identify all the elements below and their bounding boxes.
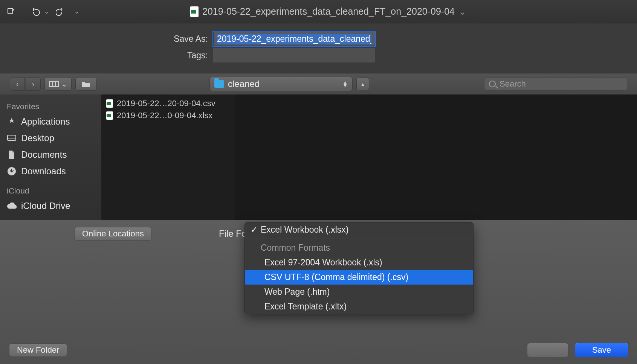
- file-name: 2019-05-22…20-09-04.csv: [117, 99, 215, 108]
- file-row[interactable]: 2019-05-22…20-09-04.csv: [103, 97, 233, 110]
- file-list-column[interactable]: 2019-05-22…20-09-04.csv 2019-05-22…0-09-…: [102, 94, 235, 220]
- save-dialog-window: ⌄ ⌄ 2019-05-22_experiments_data_cleaned_…: [0, 0, 637, 364]
- dialog-footer: Online Locations File Forma New Folder S…: [0, 220, 637, 364]
- nav-forward-button[interactable]: ›: [26, 77, 41, 91]
- location-popup[interactable]: cleaned ▲▼: [209, 77, 353, 91]
- apps-icon: [7, 117, 17, 126]
- new-folder-icon-button[interactable]: [75, 77, 96, 91]
- dropdown-item[interactable]: Excel Template (.xltx): [245, 299, 473, 314]
- customize-chevron-icon[interactable]: ⌄: [69, 5, 84, 19]
- location-name: cleaned: [228, 79, 260, 89]
- button-label: Save: [592, 345, 611, 355]
- sidebar-item-label: Documents: [21, 149, 67, 160]
- file-row[interactable]: 2019-05-22…0-09-04.xlsx: [103, 110, 233, 122]
- undo-button[interactable]: ⌄: [29, 5, 50, 19]
- section-label: Common Formats: [261, 243, 330, 253]
- search-input[interactable]: [500, 79, 622, 89]
- excel-file-icon: [190, 6, 199, 17]
- edit-doc-icon[interactable]: [4, 5, 18, 19]
- svg-rect-0: [8, 8, 13, 13]
- dropdown-item-label: Web Page (.htm): [264, 287, 330, 297]
- file-name: 2019-05-22…0-09-04.xlsx: [117, 111, 212, 120]
- button-label: New Folder: [17, 345, 59, 355]
- dropdown-item-selected[interactable]: ✓ Excel Workbook (.xlsx): [245, 222, 473, 237]
- file-preview-pane: [235, 94, 637, 220]
- search-icon: [489, 81, 496, 87]
- sidebar-item-label: iCloud Drive: [21, 201, 70, 211]
- dropdown-separator: [245, 239, 473, 239]
- documents-icon: [7, 150, 17, 159]
- view-mode-button[interactable]: ⌄: [44, 77, 72, 91]
- excel-file-icon: [106, 99, 113, 108]
- excel-file-icon: [106, 111, 113, 120]
- nav-back-button[interactable]: ‹: [10, 77, 25, 91]
- sidebar-item-desktop[interactable]: Desktop: [2, 130, 100, 146]
- new-folder-button[interactable]: New Folder: [9, 343, 67, 357]
- stepper-arrows-icon: ▲▼: [342, 81, 348, 87]
- titlebar: ⌄ ⌄ 2019-05-22_experiments_data_cleaned_…: [0, 0, 637, 23]
- sidebar-item-label: Applications: [21, 116, 70, 127]
- cancel-button[interactable]: [527, 343, 568, 357]
- file-browser: Favorites Applications Desktop Documents: [0, 94, 637, 220]
- title-dropdown-icon[interactable]: ⌄: [458, 6, 466, 17]
- save-as-label: Save As:: [0, 34, 208, 44]
- online-locations-button[interactable]: Online Locations: [74, 227, 152, 241]
- collapse-panel-button[interactable]: ▴: [356, 78, 369, 90]
- tags-label: Tags:: [0, 50, 208, 61]
- file-format-dropdown[interactable]: ✓ Excel Workbook (.xlsx) Common Formats …: [244, 222, 474, 314]
- cloud-icon: [7, 203, 17, 209]
- save-as-panel: Save As: Tags:: [0, 23, 637, 73]
- svg-rect-1: [49, 81, 58, 87]
- sidebar-item-label: Desktop: [21, 133, 54, 143]
- sidebar-item-icloud-drive[interactable]: iCloud Drive: [2, 198, 100, 214]
- document-title: 2019-05-22_experiments_data_cleaned_FT_o…: [202, 6, 455, 17]
- sidebar-item-documents[interactable]: Documents: [2, 146, 100, 163]
- dropdown-item-label: Excel 97-2004 Workbook (.xls): [264, 257, 382, 268]
- dropdown-item-label: Excel Template (.xltx): [264, 302, 347, 312]
- sidebar-item-label: Downloads: [21, 166, 66, 177]
- sidebar-item-applications[interactable]: Applications: [2, 113, 100, 130]
- filename-input[interactable]: [213, 32, 375, 46]
- redo-button[interactable]: [53, 5, 67, 19]
- svg-rect-4: [8, 135, 16, 140]
- sidebar-item-downloads[interactable]: Downloads: [2, 163, 100, 180]
- desktop-icon: [7, 134, 17, 142]
- sidebar: Favorites Applications Desktop Documents: [0, 94, 102, 220]
- check-icon: ✓: [250, 225, 258, 235]
- search-field[interactable]: [484, 77, 627, 91]
- tags-input[interactable]: [213, 48, 375, 62]
- file-browser-toolbar: ‹ › ⌄ cleaned ▲▼ ▴: [0, 73, 637, 94]
- save-button[interactable]: Save: [575, 343, 628, 357]
- button-label: Online Locations: [82, 229, 144, 239]
- dropdown-item-label: CSV UTF-8 (Comma delimited) (.csv): [264, 272, 408, 282]
- dropdown-item-highlighted[interactable]: CSV UTF-8 (Comma delimited) (.csv): [245, 270, 473, 285]
- dropdown-item-label: Excel Workbook (.xlsx): [261, 225, 348, 235]
- downloads-icon: [7, 167, 17, 176]
- dropdown-item[interactable]: Excel 97-2004 Workbook (.xls): [245, 255, 473, 270]
- dropdown-section-header: Common Formats: [245, 241, 473, 255]
- sidebar-header-icloud: iCloud: [2, 185, 100, 198]
- folder-icon: [214, 80, 224, 88]
- dropdown-item[interactable]: Web Page (.htm): [245, 285, 473, 299]
- sidebar-header-favorites: Favorites: [2, 101, 100, 113]
